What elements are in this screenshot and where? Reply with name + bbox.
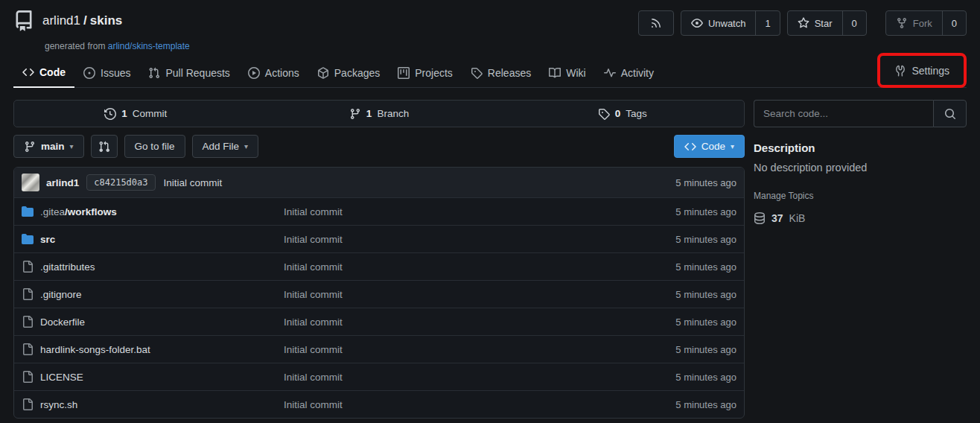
issue-opened-icon	[83, 67, 95, 79]
file-commit-message[interactable]: Initial commit	[284, 317, 675, 328]
tab-code[interactable]: Code	[13, 58, 74, 88]
file-link[interactable]: rsync.sh	[22, 398, 284, 410]
tab-activity[interactable]: Activity	[595, 59, 663, 87]
commit-author-link[interactable]: arlind1	[46, 177, 79, 188]
add-file-button[interactable]: Add File ▾	[192, 135, 259, 158]
tab-actions[interactable]: Actions	[239, 59, 308, 87]
chevron-down-icon: ▾	[731, 143, 734, 150]
tab-pull-requests[interactable]: Pull Requests	[139, 59, 238, 87]
watch-count[interactable]: 1	[755, 11, 779, 35]
file-name: /workflows	[65, 206, 117, 217]
unwatch-button[interactable]: Unwatch	[681, 11, 756, 35]
rss-button[interactable]	[638, 10, 674, 36]
generated-from-line: generated from arlind/skins-template	[45, 41, 967, 51]
star-button[interactable]: Star	[788, 11, 842, 35]
repo-size-unit: KiB	[789, 212, 806, 224]
folder-icon	[22, 206, 34, 217]
search-button[interactable]	[933, 100, 967, 127]
tab-pull-requests-label: Pull Requests	[165, 67, 229, 79]
file-commit-time: 5 minutes ago	[675, 206, 736, 217]
go-to-file-button[interactable]: Go to file	[124, 135, 185, 158]
chevron-down-icon: ▾	[244, 143, 248, 150]
file-commit-message[interactable]: Initial commit	[284, 372, 675, 383]
file-commit-message[interactable]: Initial commit	[284, 206, 675, 217]
tab-wiki[interactable]: Wiki	[540, 59, 594, 87]
fork-label: Fork	[913, 18, 932, 29]
database-icon	[754, 212, 766, 224]
manage-topics-link[interactable]: Manage Topics	[754, 191, 814, 201]
star-button-group: Star 0	[787, 10, 867, 36]
file-table: arlind1 c84215d0a3 Initial commit 5 minu…	[13, 167, 745, 419]
file-commit-message[interactable]: Initial commit	[284, 261, 675, 273]
branch-selector[interactable]: main ▾	[13, 135, 84, 158]
commit-hash-link[interactable]: c84215d0a3	[86, 174, 155, 191]
git-pull-request-icon	[148, 67, 160, 79]
description-text: No description provided	[754, 162, 967, 174]
file-name: src	[40, 234, 55, 245]
template-repo-link[interactable]: arlind/skins-template	[108, 41, 190, 51]
file-commit-message[interactable]: Initial commit	[284, 289, 675, 300]
project-board-icon	[398, 67, 410, 79]
file-link[interactable]: hardlink-songs-folder.bat	[22, 343, 284, 355]
tab-projects[interactable]: Projects	[389, 59, 462, 87]
generated-from-label: generated from	[45, 41, 105, 51]
tab-activity-label: Activity	[621, 67, 654, 79]
tab-settings-label: Settings	[911, 65, 949, 77]
tags-stat[interactable]: 0 Tags	[500, 101, 744, 127]
tag-icon	[598, 108, 610, 120]
tags-count: 0	[615, 108, 621, 119]
file-commit-time: 5 minutes ago	[675, 317, 736, 328]
repo-title-separator: /	[80, 13, 90, 28]
file-commit-time: 5 minutes ago	[675, 399, 736, 410]
file-commit-message[interactable]: Initial commit	[284, 344, 675, 355]
file-link[interactable]: .gitignore	[22, 288, 284, 300]
tab-packages[interactable]: Packages	[308, 59, 389, 87]
fork-count[interactable]: 0	[942, 11, 966, 35]
repo-owner-link[interactable]: arlind1	[42, 13, 80, 28]
file-name: .gitattributes	[40, 261, 95, 273]
chevron-down-icon: ▾	[70, 143, 74, 150]
tags-label: Tags	[626, 108, 647, 119]
file-commit-time: 5 minutes ago	[675, 234, 736, 245]
tab-settings[interactable]: Settings	[885, 57, 958, 85]
file-name: LICENSE	[40, 372, 83, 383]
table-row: .gitea/workflows Initial commit 5 minute…	[14, 197, 744, 225]
tab-releases-label: Releases	[488, 67, 531, 79]
code-icon	[22, 66, 34, 78]
table-row: LICENSE Initial commit 5 minutes ago	[14, 363, 744, 390]
file-link[interactable]: .gitattributes	[22, 261, 284, 273]
fork-button-group: Fork 0	[885, 10, 967, 36]
fork-button[interactable]: Fork	[886, 11, 942, 35]
pulse-icon	[604, 67, 616, 79]
code-download-button[interactable]: Code ▾	[674, 135, 745, 158]
file-link[interactable]: src	[22, 233, 284, 245]
file-commit-message[interactable]: Initial commit	[284, 399, 675, 410]
repo-content: 1 Commit 1 Branch 0 Tags	[0, 88, 980, 419]
branches-stat[interactable]: 1 Branch	[258, 101, 501, 127]
star-count[interactable]: 0	[842, 11, 866, 35]
repo-title: arlind1/skins	[42, 13, 122, 28]
file-link[interactable]: Dockerfile	[22, 316, 284, 328]
branches-label: Branch	[377, 108, 409, 119]
file-commit-message[interactable]: Initial commit	[284, 234, 675, 245]
file-icon	[22, 316, 34, 328]
tools-icon	[894, 65, 906, 77]
commits-count: 1	[121, 108, 127, 119]
file-link[interactable]: LICENSE	[22, 371, 284, 383]
tab-issues[interactable]: Issues	[74, 59, 139, 87]
repo-name-link[interactable]: skins	[90, 13, 122, 28]
branch-name: main	[41, 141, 65, 152]
repo-actions: Unwatch 1 Star 0 Fork	[638, 10, 967, 36]
file-link[interactable]: .gitea/workflows	[22, 206, 284, 217]
repo-size: 37 KiB	[754, 212, 967, 224]
compare-button[interactable]	[91, 135, 118, 158]
avatar[interactable]	[22, 174, 39, 191]
search-icon	[944, 108, 956, 120]
search-code-input[interactable]	[754, 100, 933, 127]
branches-count: 1	[366, 108, 372, 119]
commit-message-link[interactable]: Initial commit	[164, 177, 223, 188]
eye-icon	[691, 17, 703, 29]
file-commit-time: 5 minutes ago	[675, 261, 736, 273]
tab-releases[interactable]: Releases	[462, 59, 540, 87]
commits-stat[interactable]: 1 Commit	[14, 101, 258, 127]
